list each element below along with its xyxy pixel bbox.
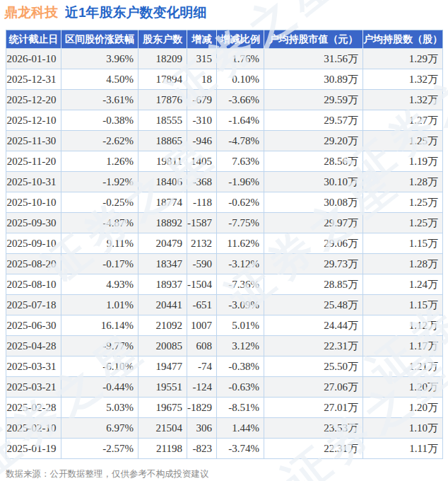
change-pct-cell: 5.01% — [217, 315, 264, 336]
holders-cell: 18937 — [138, 274, 187, 295]
col-header-holders: 股东户数 — [138, 30, 187, 49]
table-row: 2025-12-20-3.61%17876-679-3.66%29.59万1.3… — [6, 90, 443, 110]
change-pct-cell: -1.96% — [217, 172, 264, 192]
range-change-cell: -6.10% — [61, 357, 138, 377]
change-cell: -310 — [187, 110, 217, 131]
change-pct-cell: 1.76% — [217, 49, 264, 69]
avg-market-value-cell: 25.48万 — [264, 295, 363, 315]
avg-shares-cell: 1.15万 — [363, 233, 443, 254]
holders-cell: 21504 — [138, 418, 187, 439]
change-pct-cell: -4.78% — [217, 131, 264, 151]
date-cell: 2026-01-10 — [6, 49, 61, 69]
date-cell: 2025-01-19 — [6, 439, 61, 459]
avg-market-value-cell: 29.57万 — [264, 110, 363, 131]
avg-shares-cell: 1.29万 — [363, 49, 443, 69]
table-row: 2025-02-285.03%19675-1829-8.51%27.01万1.2… — [6, 398, 443, 418]
change-cell: -1587 — [187, 213, 217, 233]
change-cell: -1829 — [187, 398, 217, 418]
title-text: 近1年股东户数变化明细 — [65, 5, 207, 20]
table-row: 2025-04-28-9.77%200856083.12%22.31万1.17万 — [6, 336, 443, 357]
change-cell: -118 — [187, 192, 217, 213]
change-cell: 608 — [187, 336, 217, 357]
table-header-row: 统计截止日 区间股价涨跌幅 股东户数 增减 增减比例 户均持股市值（元） 户均持… — [6, 30, 443, 49]
table-body: 2026-01-103.96%182093151.76%31.56万1.29万2… — [6, 49, 443, 459]
holders-cell: 18209 — [138, 49, 187, 69]
change-pct-cell: 3.12% — [217, 336, 264, 357]
avg-market-value-cell: 31.56万 — [264, 49, 363, 69]
table-row: 2025-03-31-6.10%19477-74-0.38%25.50万1.21… — [6, 357, 443, 377]
holders-cell: 21198 — [138, 439, 187, 459]
avg-shares-cell: 1.20万 — [363, 398, 443, 418]
range-change-cell: 4.50% — [61, 69, 138, 90]
change-cell: 306 — [187, 418, 217, 439]
range-change-cell: 3.96% — [61, 49, 138, 69]
avg-market-value-cell: 27.06万 — [264, 377, 363, 398]
avg-shares-cell: 1.19万 — [363, 151, 443, 172]
range-change-cell: -2.57% — [61, 439, 138, 459]
table-row: 2025-12-314.50%17894180.10%30.89万1.32万 — [6, 69, 443, 90]
change-pct-cell: -0.38% — [217, 357, 264, 377]
table-row: 2025-10-31-1.92%18406-368-1.96%30.10万1.2… — [6, 172, 443, 192]
date-cell: 2025-11-20 — [6, 151, 61, 172]
holders-cell: 18406 — [138, 172, 187, 192]
holders-cell: 19477 — [138, 357, 187, 377]
range-change-cell: -4.87% — [61, 213, 138, 233]
change-cell: -368 — [187, 172, 217, 192]
range-change-cell: 6.97% — [61, 418, 138, 439]
holders-cell: 20441 — [138, 295, 187, 315]
avg-market-value-cell: 24.44万 — [264, 315, 363, 336]
range-change-cell: -0.44% — [61, 377, 138, 398]
avg-shares-cell: 1.11万 — [363, 439, 443, 459]
avg-market-value-cell: 30.89万 — [264, 69, 363, 90]
avg-shares-cell: 1.25万 — [363, 213, 443, 233]
avg-shares-cell: 1.32万 — [363, 69, 443, 90]
range-change-cell: -1.92% — [61, 172, 138, 192]
holders-cell: 18865 — [138, 131, 187, 151]
change-pct-cell: -1.64% — [217, 110, 264, 131]
change-pct-cell: -0.62% — [217, 192, 264, 213]
avg-shares-cell: 1.20万 — [363, 377, 443, 398]
range-change-cell: -2.62% — [61, 131, 138, 151]
avg-market-value-cell: 29.06万 — [264, 233, 363, 254]
avg-market-value-cell: 29.20万 — [264, 131, 363, 151]
avg-shares-cell: 1.25万 — [363, 192, 443, 213]
date-cell: 2025-03-21 — [6, 377, 61, 398]
avg-shares-cell: 1.32万 — [363, 90, 443, 110]
holders-cell: 20479 — [138, 233, 187, 254]
change-cell: 315 — [187, 49, 217, 69]
avg-shares-cell: 1.21万 — [363, 357, 443, 377]
change-pct-cell: 7.63% — [217, 151, 264, 172]
holders-table: 统计截止日 区间股价涨跌幅 股东户数 增减 增减比例 户均持股市值（元） 户均持… — [6, 30, 443, 459]
date-cell: 2025-03-31 — [6, 357, 61, 377]
holders-cell: 19675 — [138, 398, 187, 418]
date-cell: 2025-02-28 — [6, 398, 61, 418]
avg-market-value-cell: 22.31万 — [264, 439, 363, 459]
change-pct-cell: -8.51% — [217, 398, 264, 418]
date-cell: 2025-04-28 — [6, 336, 61, 357]
range-change-cell: -9.77% — [61, 336, 138, 357]
table-row: 2025-09-30-4.87%18892-1587-7.75%29.97万1.… — [6, 213, 443, 233]
change-pct-cell: -3.74% — [217, 439, 264, 459]
table-row: 2025-01-19-2.57%21198-823-3.74%22.31万1.1… — [6, 439, 443, 459]
avg-shares-cell: 1.25万 — [363, 131, 443, 151]
change-cell: -946 — [187, 131, 217, 151]
change-cell: 2132 — [187, 233, 217, 254]
col-header-avg-market-value: 户均持股市值（元） — [264, 30, 363, 49]
avg-shares-cell: 1.28万 — [363, 172, 443, 192]
range-change-cell: -0.38% — [61, 110, 138, 131]
col-header-avg-shares: 户均持股数（股） — [363, 30, 443, 49]
table-row: 2026-01-103.96%182093151.76%31.56万1.29万 — [6, 49, 443, 69]
change-pct-cell: 0.10% — [217, 69, 264, 90]
data-source-note: 数据来源：公开数据整理，仅供参考不构成投资建议 — [6, 468, 448, 480]
avg-shares-cell: 1.24万 — [363, 274, 443, 295]
table-row: 2025-10-10-0.25%18774-118-0.62%30.08万1.2… — [6, 192, 443, 213]
table-row: 2025-12-10-0.38%18555-310-1.64%29.57万1.2… — [6, 110, 443, 131]
range-change-cell: -3.61% — [61, 90, 138, 110]
change-pct-cell: -3.09% — [217, 295, 264, 315]
col-header-change-pct: 增减比例 — [217, 30, 264, 49]
date-cell: 2025-12-20 — [6, 90, 61, 110]
holders-cell: 19551 — [138, 377, 187, 398]
table-row: 2025-11-201.26%1981114057.63%28.56万1.19万 — [6, 151, 443, 172]
range-change-cell: 1.26% — [61, 151, 138, 172]
change-cell: 18 — [187, 69, 217, 90]
